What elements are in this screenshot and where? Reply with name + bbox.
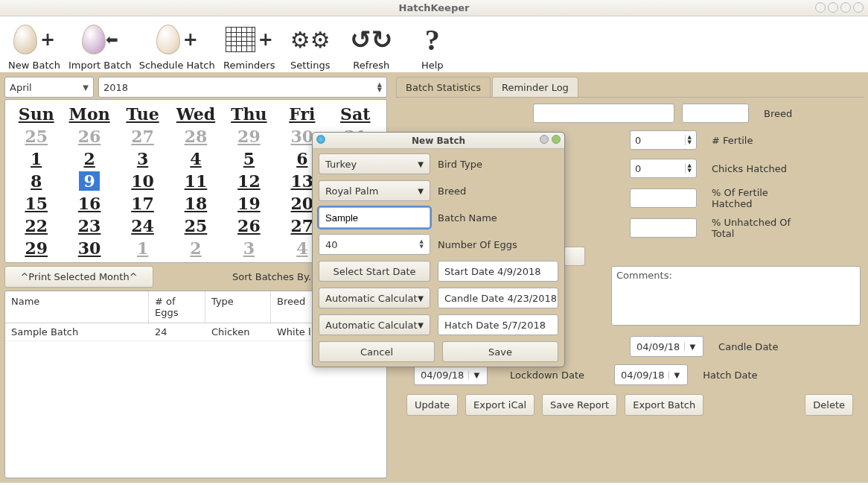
gear-icon: ⚙⚙ [290,27,331,53]
update-button[interactable]: Update [406,394,458,416]
cal-day[interactable]: 1 [10,148,63,170]
spinner-arrows-icon: ▲▼ [377,82,382,92]
cal-day[interactable]: 26 [63,125,115,148]
breed-select[interactable]: Royal Palm▼ [319,180,430,201]
window-titlebar: HatchKeeper [0,0,868,16]
pct-fertile-field[interactable] [630,188,697,208]
cal-day[interactable]: 15 [10,192,63,215]
close-icon[interactable] [853,2,864,13]
cal-header: Thu [223,103,275,125]
refresh-button[interactable]: ↺↻ Refresh [345,21,398,71]
chicks-input[interactable]: 0▲▼ [630,159,697,178]
cal-day[interactable]: 29 [223,125,275,148]
tab-batch-statistics[interactable]: Batch Statistics [396,77,491,98]
pct-fertile-hatched-label: % Of Fertile Hatched [712,187,808,209]
bird-type-select[interactable]: Turkey▼ [319,153,430,174]
cal-day[interactable]: 3 [116,148,169,170]
tab-reminder-log[interactable]: Reminder Log [492,77,578,98]
cancel-button[interactable]: Cancel [319,341,435,362]
import-batch-button[interactable]: ⬅ Import Batch [68,21,132,71]
pct-unhatched-field[interactable] [630,218,697,238]
cal-day[interactable]: 25 [10,125,63,148]
cal-day[interactable]: 2 [63,148,115,170]
cal-day[interactable]: 23 [63,215,115,237]
settings-button[interactable]: ⚙⚙ Settings [284,21,337,71]
cal-header: Fri [275,103,328,125]
month-select[interactable]: April ▼ [4,77,94,98]
cal-day[interactable]: 18 [169,192,222,215]
cal-day[interactable]: 1 [116,237,169,259]
cal-day[interactable]: 5 [223,148,275,170]
help-button[interactable]: ? Help [406,21,459,71]
print-month-button[interactable]: ^Print Selected Month^ [4,266,153,288]
candle-date-picker[interactable]: 04/09/18▼ [630,336,703,357]
cal-day[interactable]: 28 [169,125,222,148]
schedule-hatch-button[interactable]: + Schedule Hatch [139,21,215,71]
cal-day[interactable]: 24 [116,215,169,237]
num-eggs-spinner[interactable]: 40▲▼ [319,234,430,255]
new-batch-button[interactable]: + New Batch [7,21,61,71]
cal-day[interactable]: 8 [10,170,63,192]
help-icon: ? [425,22,440,57]
cal-day[interactable]: 16 [63,192,115,215]
minimize-icon[interactable] [815,2,826,13]
candle-calc-select[interactable]: Automatic Calculat▼ [319,288,430,308]
spinner-arrows-icon: ▲▼ [420,239,424,250]
cal-day[interactable]: 17 [116,192,169,215]
maximize-icon[interactable] [828,2,838,13]
cal-day[interactable]: 22 [10,215,63,237]
col-eggs-header[interactable]: # of Eggs [149,291,205,323]
cal-day[interactable]: 4 [169,148,222,170]
cal-day[interactable]: 27 [116,125,169,148]
cal-day[interactable]: 19 [223,192,275,215]
zoom-icon[interactable] [840,2,851,13]
plus-icon: + [183,29,198,50]
export-ical-button[interactable]: Export iCal [465,394,534,416]
cal-day[interactable]: 30 [63,237,115,259]
dialog-maximize-icon[interactable] [552,135,561,144]
batch-name-label: Batch Name [438,212,558,224]
comments-textarea[interactable]: Comments: [611,266,861,326]
chevron-down-icon: ▼ [83,83,89,92]
window-title: HatchKeeper [399,2,470,13]
cal-day[interactable]: 10 [116,170,169,192]
hatch-date-label: Hatch Date [703,370,800,381]
window-controls [815,2,864,13]
col-type-header[interactable]: Type [205,291,271,323]
select-start-date-button[interactable]: Select Start Date [319,261,430,282]
cal-day[interactable]: 2 [169,237,222,259]
egg-crack-icon [156,25,180,54]
batch-name-input[interactable] [319,207,430,228]
hatch-date-picker[interactable]: 04/09/18▼ [614,364,688,385]
start-date-display: Start Date 4/9/2018 [438,261,558,282]
cell-type: Chicken [205,323,271,340]
hatch-calc-select[interactable]: Automatic Calculat▼ [319,314,430,335]
cal-day[interactable]: 12 [223,170,275,192]
cal-day[interactable]: 9 [63,170,115,192]
candle-date-label: Candle Date [718,341,815,352]
fertile-label: # Fertile [712,135,808,146]
plus-icon: + [40,29,55,50]
cal-day[interactable]: 11 [169,170,222,192]
reminders-button[interactable]: + Reminders [223,21,276,71]
cal-day[interactable]: 3 [223,237,275,259]
delete-button[interactable]: Delete [805,394,853,416]
chevron-down-icon: ▼ [418,321,424,329]
calendar-icon [226,27,255,52]
export-batch-button[interactable]: Export Batch [625,394,703,416]
save-button[interactable]: Save [442,341,558,362]
stats-field-2[interactable] [682,104,749,123]
fertile-input[interactable]: 0▲▼ [630,130,697,150]
cal-day[interactable]: 29 [10,237,63,259]
num-eggs-label: Number Of Eggs [438,239,558,250]
save-report-button[interactable]: Save Report [542,394,617,416]
cal-day[interactable]: 25 [169,215,222,237]
lockdown-left-picker[interactable]: 04/09/18▼ [414,364,488,385]
stats-field-1[interactable] [533,104,674,123]
dialog-minimize-icon[interactable] [540,135,549,144]
year-spinner[interactable]: 2018 ▲▼ [98,77,387,98]
new-batch-dialog: New Batch Turkey▼ Bird Type Royal Palm▼ … [312,132,565,367]
cal-day[interactable]: 26 [223,215,275,237]
schedule-hatch-label: Schedule Hatch [139,60,215,71]
col-name-header[interactable]: Name [5,291,149,323]
